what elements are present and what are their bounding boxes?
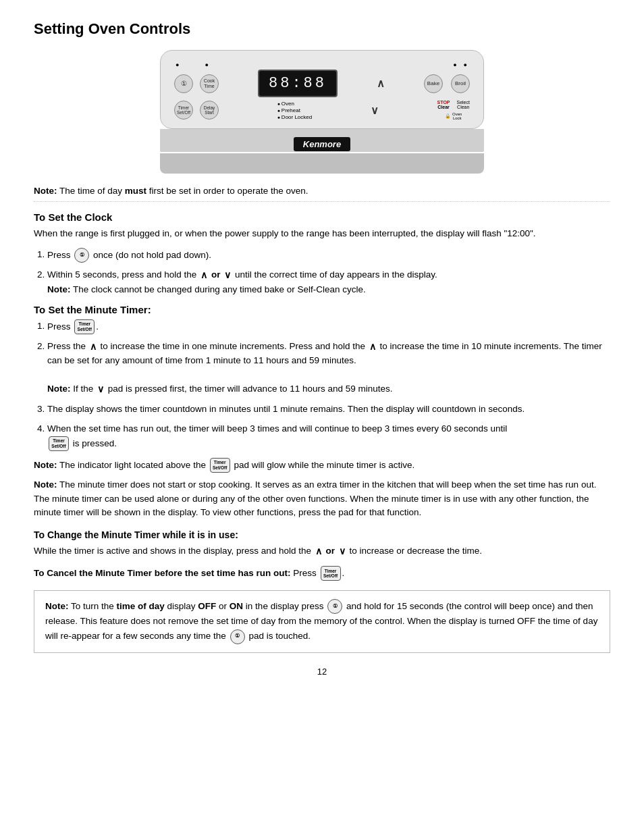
panel-second-row: TimerSet/Off DelayStart Oven Preheat Doo… [174, 100, 470, 120]
up-chevron-inline: ∧ [200, 268, 207, 283]
timer-inline-btn-2[interactable]: TimerSet/Off [49, 436, 69, 451]
bake-button[interactable]: Bake [424, 74, 443, 93]
door-locked-indicator: Door Locked [277, 114, 313, 120]
down-chevron-inline: ∨ [224, 268, 231, 283]
kenmore-logo-bar: Kenmore [160, 129, 484, 152]
cancel-timer-line: To Cancel the Minute Timer before the se… [34, 566, 610, 581]
page-title: Setting Oven Controls [34, 20, 610, 38]
delay-start-button[interactable]: DelayStart [200, 101, 219, 120]
preheat-indicator: Preheat [277, 107, 313, 113]
minute-timer-steps: Press TimerSet/Off. Press the ∧ to incre… [47, 319, 610, 451]
minute-timer-step-2: Press the ∧ to increase the time in one … [47, 340, 610, 397]
clock-inline-btn[interactable]: ① [74, 248, 89, 263]
top-note: Note: The time of day must first be set … [34, 186, 610, 202]
up-chevron-step2b: ∧ [369, 340, 376, 355]
set-clock-step-2: Within 5 seconds, press and hold the ∧ o… [47, 268, 610, 297]
clock-btn-bottom[interactable]: ① [327, 599, 342, 614]
indicator-labels: Oven Preheat Door Locked [277, 101, 313, 120]
oven-lock-icon: 🔒OvenLock [445, 112, 462, 120]
down-chevron-note: ∨ [97, 382, 104, 397]
set-clock-intro: When the range is first plugged in, or w… [34, 227, 610, 241]
set-clock-steps: Press ① once (do not hold pad down). Wit… [47, 248, 610, 297]
cook-time-button[interactable]: CookTime [200, 74, 219, 93]
oven-diagram: ● ● ● ● ① CookTime [34, 50, 610, 174]
timer-inline-btn-cancel[interactable]: TimerSet/Off [321, 566, 341, 581]
change-timer-text: While the timer is active and shows in t… [34, 544, 610, 559]
minute-timer-note1: Note: The indicator light located above … [34, 458, 610, 473]
kenmore-logo-text: Kenmore [294, 137, 350, 151]
timer-inline-btn-3[interactable]: TimerSet/Off [210, 458, 230, 473]
oven-indicator: Oven [277, 101, 313, 107]
clock-btn-bottom2[interactable]: ① [230, 629, 245, 644]
stop-clear-button[interactable]: STOP Clear [437, 100, 450, 109]
up-chevron-step2: ∧ [90, 340, 97, 355]
oven-panel: ● ● ● ● ① CookTime [160, 50, 484, 129]
minute-timer-step-3: The display shows the timer countdown in… [47, 402, 610, 417]
bottom-note-box: Note: To turn the time of day display OF… [34, 590, 610, 652]
page-number: 12 [34, 667, 610, 677]
up-chevron-change: ∧ [315, 544, 322, 559]
timer-setoff-button[interactable]: TimerSet/Off [174, 101, 193, 120]
minute-timer-title: To Set the Minute Timer: [34, 304, 610, 315]
panel-main-row: ① CookTime 88:88 ∧ Bake [174, 70, 470, 97]
clock-button[interactable]: ① [174, 74, 193, 93]
minute-timer-step-4: When the set time has run out, the timer… [47, 422, 610, 451]
oven-body [160, 153, 484, 174]
minute-timer-note2: Note: The minute timer does not start or… [34, 478, 610, 521]
minute-timer-step-1: Press TimerSet/Off. [47, 319, 610, 334]
change-timer-title: To Change the Minute Timer while it is i… [34, 529, 610, 540]
broil-button[interactable]: Broil [451, 74, 470, 93]
set-clock-step-1: Press ① once (do not hold pad down). [47, 248, 610, 263]
down-chevron-button[interactable]: ∨ [371, 104, 379, 117]
set-clock-title: To Set the Clock [34, 211, 610, 223]
timer-inline-btn-1[interactable]: TimerSet/Off [74, 319, 95, 334]
select-clean-button[interactable]: Select Clean [457, 100, 470, 109]
up-chevron-button[interactable]: ∧ [377, 77, 385, 90]
down-chevron-change: ∨ [339, 544, 346, 559]
oven-display: 88:88 [258, 70, 338, 97]
